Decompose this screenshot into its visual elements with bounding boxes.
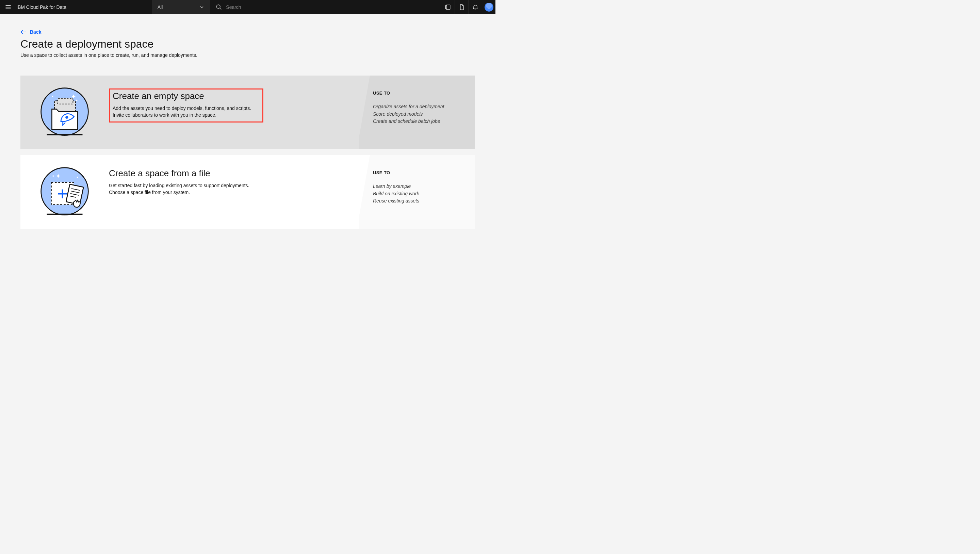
arrow-left-icon — [21, 30, 27, 34]
useto-item: Reuse existing assets — [373, 197, 467, 205]
topbar-actions — [441, 0, 495, 14]
filter-selected-value: All — [158, 5, 163, 10]
deploy-folder-icon — [39, 87, 90, 138]
brand-label: IBM Cloud Pak for Data — [16, 0, 75, 14]
page-title: Create a deployment space — [21, 38, 475, 50]
bell-icon — [472, 4, 479, 11]
useto-list: Learn by example Build on existing work … — [373, 183, 467, 205]
avatar-icon — [485, 3, 493, 11]
useto-list: Organize assets for a deployment Score d… — [373, 103, 467, 125]
svg-rect-6 — [445, 5, 447, 9]
svg-line-4 — [220, 8, 221, 10]
menu-button[interactable] — [0, 0, 16, 14]
svg-point-13 — [52, 96, 53, 97]
svg-rect-16 — [47, 214, 83, 215]
import-file-icon — [39, 166, 90, 217]
page-body: Back Create a deployment space Use a spa… — [0, 14, 495, 229]
search-input[interactable] — [226, 5, 363, 10]
option-card-empty-space[interactable]: Create an empty space Add the assets you… — [21, 76, 475, 149]
card-illustration — [21, 76, 109, 149]
svg-point-3 — [216, 5, 220, 8]
page-subtitle: Use a space to collect assets in one pla… — [21, 53, 475, 58]
svg-point-12 — [66, 116, 68, 118]
user-avatar[interactable] — [482, 0, 495, 14]
card-title: Create a space from a file — [109, 168, 360, 179]
useto-label: USE TO — [373, 170, 467, 175]
back-label: Back — [30, 29, 41, 35]
useto-item: Organize assets for a deployment — [373, 103, 467, 111]
svg-rect-11 — [57, 98, 73, 104]
search-box[interactable] — [210, 0, 364, 14]
data-icon — [445, 4, 452, 11]
top-bar: IBM Cloud Pak for Data All — [0, 0, 495, 14]
back-link[interactable]: Back — [21, 29, 41, 35]
notifications-button[interactable] — [468, 0, 482, 14]
filter-dropdown[interactable]: All — [152, 0, 210, 14]
svg-rect-9 — [47, 134, 83, 135]
svg-point-25 — [52, 175, 54, 177]
card-illustration — [21, 155, 109, 229]
useto-item: Build on existing work — [373, 190, 467, 198]
search-icon — [216, 4, 222, 11]
svg-point-14 — [76, 100, 78, 101]
useto-item: Learn by example — [373, 183, 467, 190]
chevron-down-icon — [199, 5, 205, 10]
document-icon — [458, 4, 465, 11]
document-button[interactable] — [455, 0, 468, 14]
useto-label: USE TO — [373, 91, 467, 96]
option-card-from-file[interactable]: Create a space from a file Get started f… — [21, 155, 475, 229]
card-title: Create an empty space — [113, 91, 259, 102]
useto-item: Score deployed models — [373, 111, 467, 118]
card-desc: Get started fast by loading existing ass… — [109, 182, 255, 196]
highlight-outline: Create an empty space Add the assets you… — [109, 89, 263, 123]
hamburger-icon — [5, 4, 11, 11]
card-desc: Add the assets you need to deploy models… — [113, 105, 259, 119]
assets-button[interactable] — [441, 0, 455, 14]
useto-item: Create and schedule batch jobs — [373, 118, 467, 125]
svg-point-26 — [77, 177, 78, 178]
